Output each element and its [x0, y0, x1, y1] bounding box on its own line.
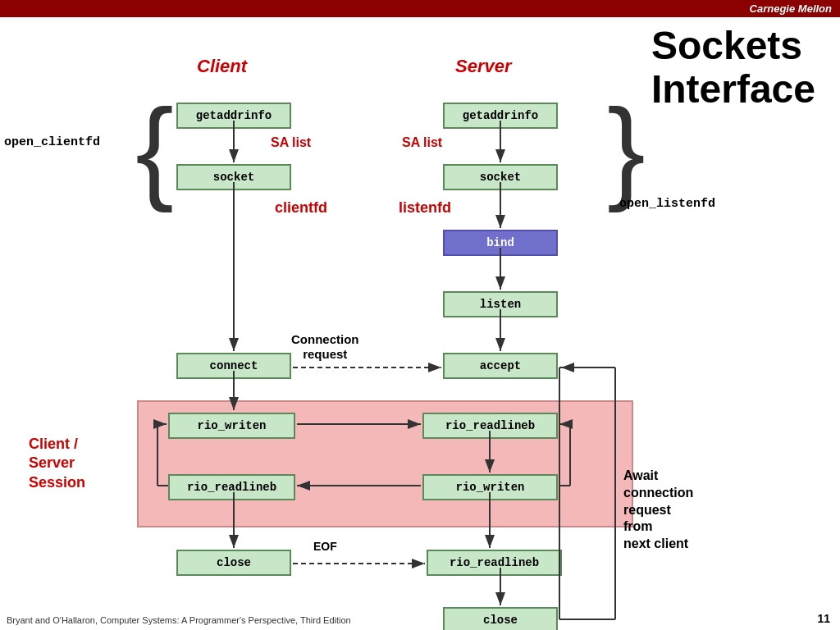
client-connect-box: connect: [176, 353, 291, 379]
client-rio-readlineb-box: rio_readlineb: [168, 474, 295, 500]
client-socket-box: socket: [176, 164, 291, 190]
connection-request-label: Connectionrequest: [291, 332, 359, 362]
clientfd-label: clientfd: [275, 199, 327, 217]
server-rio-readlineb-top-box: rio_readlineb: [422, 413, 558, 439]
sa-list-client: SA list: [271, 135, 311, 150]
server-rio-readlineb-bot-box: rio_readlineb: [427, 550, 562, 576]
client-rio-writen-box: rio_writen: [168, 413, 295, 439]
server-bind-box: bind: [443, 230, 558, 256]
client-getaddrinfo-box: getaddrinfo: [176, 103, 291, 129]
title-line2: Interface: [651, 68, 815, 112]
server-accept-box: accept: [443, 353, 558, 379]
footer-text: Bryant and O'Hallaron, Computer Systems:…: [7, 615, 351, 625]
server-label: Server: [455, 56, 512, 77]
header-bar: Carnegie Mellon: [0, 0, 840, 17]
title-line1: Sockets: [651, 25, 815, 68]
client-close-box: close: [176, 550, 291, 576]
server-socket-box: socket: [443, 164, 558, 190]
server-rio-writen-box: rio_writen: [422, 474, 558, 500]
title-block: Sockets Interface: [651, 25, 815, 112]
open-clientfd-label: open_clientfd: [4, 135, 100, 149]
sa-list-server: SA list: [402, 135, 442, 150]
listenfd-label: listenfd: [399, 199, 451, 217]
page-number: 11: [817, 612, 830, 625]
client-server-session-label: Client /ServerSession: [29, 435, 85, 492]
await-label: Await connectionrequest fromnext client: [623, 468, 693, 553]
open-listenfd-label: open_listenfd: [619, 197, 715, 211]
open-listenfd-brace: }: [607, 92, 646, 207]
diagram-area: Client Server SA list SA list clientfd l…: [0, 25, 640, 623]
server-close-box: close: [443, 607, 558, 630]
eof-label: EOF: [313, 540, 337, 553]
server-getaddrinfo-box: getaddrinfo: [443, 103, 558, 129]
open-clientfd-brace: }: [135, 92, 174, 207]
server-listen-box: listen: [443, 291, 558, 317]
brand-label: Carnegie Mellon: [750, 2, 832, 15]
client-label: Client: [197, 56, 247, 77]
